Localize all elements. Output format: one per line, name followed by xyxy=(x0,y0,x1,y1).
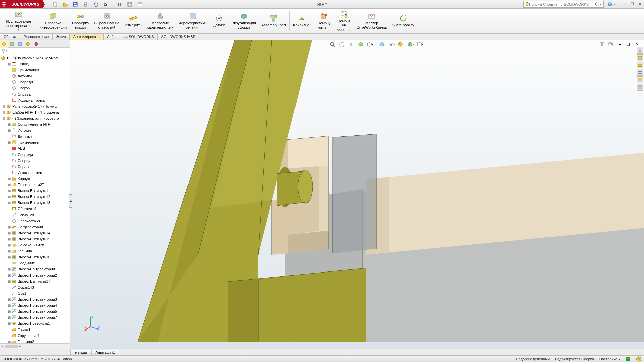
tree-item[interactable]: Эскиз128 xyxy=(0,212,70,218)
tree-expander[interactable]: ⊞ xyxy=(7,225,11,229)
status-custom[interactable]: Настройка ▾ xyxy=(599,357,620,361)
print-button[interactable] xyxy=(82,1,90,8)
tree-item[interactable]: ⊞Вырез-По траектории5 xyxy=(0,308,70,314)
tree-expander[interactable]: ⊞ xyxy=(7,195,11,199)
taskpane-resources[interactable] xyxy=(637,47,643,54)
tree-item[interactable]: ⊞Примечания xyxy=(0,139,70,145)
tree-filter[interactable]: ▾ xyxy=(0,48,70,54)
tab-sketch[interactable]: Эскиз xyxy=(52,34,69,40)
ribbon-interference[interactable]: Проверкаинтерференции xyxy=(37,9,69,33)
solidworks-ds-logo[interactable] xyxy=(0,0,8,8)
tree-item[interactable]: ⊞Граница1 xyxy=(0,248,70,254)
tree-item[interactable]: Спереди xyxy=(0,79,70,85)
tree-item[interactable]: Исходная точка xyxy=(0,97,70,103)
tree-expander[interactable]: ⊞ xyxy=(7,322,11,325)
tree-item[interactable]: ⊞История xyxy=(0,127,70,133)
bottom-tab-views[interactable]: е виды xyxy=(70,350,91,355)
tree-item[interactable]: ⊞По сечениям27 xyxy=(0,182,70,188)
tree-item[interactable]: ⊞Граница2 xyxy=(0,339,70,343)
ribbon-helper2[interactable]: ? Помощниквыпол... xyxy=(334,9,354,33)
display-manager-tab[interactable] xyxy=(32,40,40,48)
tree-item[interactable]: ⊞Вырез-Вытянуть12 xyxy=(0,194,70,200)
tree-root[interactable]: НГР (По умолчанию<По умол xyxy=(0,55,70,61)
feature-manager-tab[interactable] xyxy=(0,40,8,48)
ribbon-measure[interactable]: Измерить xyxy=(122,9,144,33)
tree-expander[interactable]: ⊟ xyxy=(2,117,6,120)
tree-item[interactable]: Эскиз143 xyxy=(0,284,70,290)
options-button[interactable] xyxy=(126,1,134,8)
tree-expander[interactable]: ⊞ xyxy=(7,274,11,277)
ribbon-visualize[interactable]: Визуализациясборки xyxy=(229,9,259,33)
open-button[interactable] xyxy=(61,1,69,8)
tree-item[interactable]: ⊞Вырез-По траектории7 xyxy=(0,314,70,320)
tree-expander[interactable]: ⊞ xyxy=(7,304,11,307)
view-triad[interactable]: z y x xyxy=(84,315,101,332)
ribbon-mass[interactable]: Массовыехарактеристики xyxy=(144,9,176,33)
taskpane-view-palette[interactable] xyxy=(637,69,643,76)
tree-item[interactable]: ⊞Вырез-По траектории4 xyxy=(0,302,70,308)
apply-scene-button[interactable]: ▾ xyxy=(407,41,414,48)
tree-item[interactable]: Соединить6 xyxy=(0,260,70,266)
restore-button[interactable]: ❐ xyxy=(629,2,635,7)
taskpane-design-library[interactable] xyxy=(637,54,643,61)
tree-expander[interactable]: ⊞ xyxy=(7,231,11,235)
taskpane-custom-props[interactable] xyxy=(637,84,643,90)
settings-button[interactable] xyxy=(136,1,144,8)
tree-item[interactable]: ⊞По сечениям28 xyxy=(0,242,70,248)
tree-item[interactable]: Справа xyxy=(0,164,70,170)
ribbon-clearance[interactable]: Проверказазора xyxy=(69,9,91,33)
tree-body[interactable]: НГР (По умолчанию<По умол ⊞HistoryПримеч… xyxy=(0,54,70,343)
tree-expander[interactable]: ⊞ xyxy=(7,183,11,187)
new-doc-button[interactable] xyxy=(51,1,59,8)
tree-expander[interactable]: ⊞ xyxy=(2,105,6,108)
view-orient-button[interactable]: ▾ xyxy=(366,41,374,48)
undo-button[interactable] xyxy=(92,1,100,8)
tree-item[interactable]: Скругление1 xyxy=(0,333,70,339)
hide-show-button[interactable]: ▾ xyxy=(388,41,395,48)
tree-expander[interactable]: ⊞ xyxy=(7,189,11,193)
tree-item[interactable]: Сверху xyxy=(0,85,70,91)
tree-item[interactable]: ⊞Вырез-Вытянуть17 xyxy=(0,278,70,284)
tree-item[interactable]: ⊞Корпус xyxy=(0,176,70,182)
tree-item[interactable]: Примечания xyxy=(0,67,70,73)
ribbon-driveworks[interactable]: МастерDriveWorksXpress xyxy=(354,9,390,33)
section-view-button[interactable] xyxy=(357,41,364,48)
tree-item[interactable]: ⊞Шайба НГР<1> (По умолча xyxy=(0,109,70,115)
tree-item[interactable]: Исходная точка xyxy=(0,170,70,176)
tree-item[interactable]: Плоскость58 xyxy=(0,218,70,224)
tree-item[interactable]: ⊞Вырез-Вытянуть13 xyxy=(0,200,70,206)
status-rebuild-icon[interactable] xyxy=(636,356,641,362)
ribbon-section-props[interactable]: Характеристикисечения xyxy=(176,9,209,33)
tree-item[interactable]: ABS xyxy=(0,145,70,152)
ribbon-sensor[interactable]: Датчик xyxy=(209,9,229,33)
search-icon[interactable] xyxy=(595,2,599,7)
ribbon-design-study[interactable]: Исследование проектирования ▾ xyxy=(2,9,35,33)
select-button[interactable] xyxy=(102,1,110,8)
tree-item[interactable]: Оболочка1 xyxy=(0,206,70,212)
tree-item[interactable]: Спереди xyxy=(0,152,70,158)
graphics-viewport[interactable]: ▾ | ▾ ▾ ▾ ▾ ▾ ━ ❐ ✕ xyxy=(70,40,644,349)
help-search-box[interactable]: ? ▼ xyxy=(523,1,604,8)
tree-item[interactable]: ⊞Вырез-По траектории3 xyxy=(0,296,70,302)
tree-item[interactable]: ⊟(-) Закрылок руля носового xyxy=(0,115,70,121)
tree-expander[interactable]: ⊞ xyxy=(7,298,11,301)
tree-item[interactable]: Датчики xyxy=(0,133,70,139)
display-style-button[interactable]: ▾ xyxy=(379,41,386,48)
rebuild-button[interactable] xyxy=(116,1,124,8)
ribbon-curvature[interactable]: Кривизна xyxy=(290,9,312,33)
tab-assembly[interactable]: Сборка xyxy=(0,34,20,40)
property-manager-tab[interactable] xyxy=(8,40,16,48)
edit-appearance-button[interactable]: ▾ xyxy=(397,41,405,48)
tree-item[interactable]: ⊞Вырез-Повернуть1 xyxy=(0,320,70,326)
tree-item[interactable]: ⊞Вырез-Вытянуть14 xyxy=(0,230,70,236)
bottom-tab-animation[interactable]: Анимация1 xyxy=(91,350,119,355)
tree-expander[interactable]: ⊞ xyxy=(7,201,11,205)
tab-layout[interactable]: Расположение xyxy=(20,34,53,40)
zoom-area-button[interactable] xyxy=(338,41,345,48)
tree-item[interactable]: ⊞Руль носовой<1> (По умол xyxy=(0,103,70,109)
tree-expander[interactable]: ⊞ xyxy=(7,316,11,319)
ribbon-hole-align[interactable]: Выравниваниеотверстий xyxy=(91,9,122,33)
tree-expander[interactable]: ⊞ xyxy=(7,267,11,271)
taskpane-appearances[interactable] xyxy=(637,76,643,83)
tree-item[interactable]: Ось1 xyxy=(0,290,70,296)
